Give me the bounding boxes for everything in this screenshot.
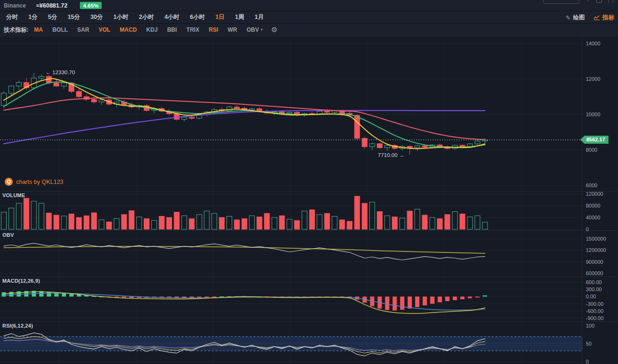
axis-tick-volume: 80000 bbox=[586, 203, 601, 208]
indicator-MACD[interactable]: MACD bbox=[115, 24, 141, 36]
indicator-label: MA bbox=[34, 24, 43, 36]
macd-panel[interactable] bbox=[0, 277, 583, 321]
axis-tick-macd: 0.00 bbox=[586, 294, 596, 299]
rsi-panel[interactable] bbox=[0, 321, 583, 364]
indicator-label: BOLL bbox=[52, 24, 68, 36]
pencil-icon: ✎ bbox=[566, 14, 571, 21]
axis-tick-macd: 300.00 bbox=[586, 286, 602, 292]
topbar-controls: ⌄ bbox=[543, 0, 613, 4]
timeframe-bar: 分时1分5分15分30分1小时2小时4小时6小时1日1周1月 ✎ 绘图 指标 bbox=[0, 11, 618, 24]
qkl123-logo-icon: Q bbox=[5, 178, 13, 186]
indicator-tool-button[interactable]: 指标 bbox=[593, 14, 614, 22]
timeframe-4小时[interactable]: 4小时 bbox=[159, 11, 185, 23]
timeframe-1周[interactable]: 1周 bbox=[230, 11, 249, 23]
timeframe-1小时[interactable]: 1小时 bbox=[108, 11, 134, 23]
indicator-bar: 技术指标: MABOLLSARVOLMACDKDJBBITRIXRSIWROBV… bbox=[0, 24, 618, 36]
volume-panel[interactable] bbox=[0, 191, 583, 230]
timeframe-15分[interactable]: 15分 bbox=[62, 11, 85, 23]
indicator-RSI[interactable]: RSI bbox=[204, 24, 223, 36]
timeframe-5分[interactable]: 5分 bbox=[43, 11, 62, 23]
obv-panel[interactable] bbox=[0, 230, 583, 277]
panel-separator bbox=[0, 191, 618, 191]
timeframe-1日[interactable]: 1日 bbox=[210, 11, 230, 23]
indicator-MA[interactable]: MA bbox=[29, 24, 48, 36]
chart-area: VOLUME OBV MACD(12,26,9) RSI(6,12,24) ← … bbox=[0, 36, 618, 364]
indicator-label: SAR bbox=[77, 24, 89, 36]
timeframe-6小时[interactable]: 6小时 bbox=[185, 11, 210, 23]
kline-style-button[interactable] bbox=[543, 0, 579, 4]
panel-separator bbox=[0, 230, 618, 231]
indicator-label: OBV bbox=[246, 24, 259, 36]
axis-tick-macd: -900.00 bbox=[586, 315, 603, 321]
axis-tick-obv: 900000 bbox=[586, 259, 603, 265]
axis-tick-main: 14000 bbox=[586, 41, 601, 46]
indicator-items: MABOLLSARVOLMACDKDJBBITRIXRSIWROBV▾ bbox=[29, 24, 267, 36]
axis-tick-rsi: 100 bbox=[586, 323, 594, 329]
indicator-label: RSI bbox=[209, 24, 218, 36]
indicator-bar-title: 技术指标: bbox=[4, 26, 28, 34]
exchange-selector[interactable]: Binance bbox=[4, 2, 26, 9]
axis-tick-main: 8000 bbox=[586, 147, 597, 153]
draw-tool-button[interactable]: ✎ 绘图 bbox=[566, 14, 585, 22]
indicator-label: TRIX bbox=[186, 24, 199, 36]
chart-tools: ✎ 绘图 指标 bbox=[566, 11, 614, 24]
obv-panel-label: OBV bbox=[2, 232, 14, 238]
axis-tick-macd: -600.00 bbox=[586, 308, 603, 314]
indicator-tool-label: 指标 bbox=[602, 14, 614, 22]
timeframe-1分[interactable]: 1分 bbox=[23, 11, 43, 23]
timeframe-2小时[interactable]: 2小时 bbox=[134, 11, 159, 23]
watermark: Q charts by QKL123 bbox=[5, 178, 63, 186]
volume-panel-label: VOLUME bbox=[2, 192, 25, 198]
indicator-VOL[interactable]: VOL bbox=[94, 24, 115, 36]
timeframe-items: 分时1分5分15分30分1小时2小时4小时6小时1日1周1月 bbox=[1, 11, 269, 23]
indicator-label: KDJ bbox=[146, 24, 157, 36]
indicator-TRIX[interactable]: TRIX bbox=[182, 24, 204, 36]
macd-panel-label: MACD(12,26,9) bbox=[2, 278, 40, 284]
axis-tick-main: 10000 bbox=[586, 112, 601, 117]
panel-separator bbox=[0, 321, 618, 322]
timeframe-分时[interactable]: 分时 bbox=[1, 11, 23, 23]
indicator-SAR[interactable]: SAR bbox=[72, 24, 94, 36]
price-cny-label: ≈¥60881.72 bbox=[36, 2, 68, 9]
panel-separator bbox=[0, 277, 618, 277]
indicator-OBV[interactable]: OBV▾ bbox=[242, 24, 267, 36]
axis-tick-obv: 600000 bbox=[586, 270, 603, 276]
indicator-KDJ[interactable]: KDJ bbox=[141, 24, 162, 36]
indicator-label: BBI bbox=[167, 24, 177, 36]
rsi-panel-label: RSI(6,12,24) bbox=[2, 323, 33, 329]
timeframe-30分[interactable]: 30分 bbox=[85, 11, 108, 23]
high-price-annotation: ← 12330.70 bbox=[45, 69, 75, 75]
axis-tick-obv: 1500000 bbox=[586, 236, 606, 242]
indicator-chart-icon bbox=[593, 15, 600, 20]
indicator-WR[interactable]: WR bbox=[223, 24, 242, 36]
indicator-label: WR bbox=[227, 24, 237, 36]
chevron-down-icon: ▾ bbox=[261, 24, 262, 36]
axis-tick-rsi: 0 bbox=[586, 359, 589, 364]
axis-tick-main: 12000 bbox=[586, 76, 601, 82]
indicator-BOLL[interactable]: BOLL bbox=[48, 24, 73, 36]
top-bar: Binance ≈¥60881.72 4.65% ⌄ bbox=[0, 0, 618, 11]
watermark-text: charts by QKL123 bbox=[16, 179, 63, 185]
timeframe-1月[interactable]: 1月 bbox=[249, 11, 269, 23]
bookmark-icon[interactable] bbox=[609, 0, 613, 3]
draw-tool-label: 绘图 bbox=[573, 14, 585, 22]
axis-tick-obv: 1200000 bbox=[586, 247, 606, 253]
trading-terminal: { "top_bar": { "exchange": "Binance", "p… bbox=[0, 0, 618, 364]
axis-tick-macd: 600.00 bbox=[586, 279, 602, 285]
last-price-tag: 8562.17 bbox=[580, 136, 609, 144]
axis-tick-rsi: 50 bbox=[586, 341, 592, 347]
main-price-panel[interactable] bbox=[0, 36, 583, 191]
axis-tick-volume: 40000 bbox=[586, 215, 601, 220]
indicator-label: MACD bbox=[120, 24, 137, 36]
chevron-down-icon[interactable]: ⌄ bbox=[586, 0, 590, 2]
axis-tick-macd: -300.00 bbox=[586, 301, 603, 307]
indicator-BBI[interactable]: BBI bbox=[162, 24, 182, 36]
gear-icon[interactable]: ⚙ bbox=[271, 24, 277, 36]
axis-tick-volume: 0 bbox=[586, 226, 589, 232]
low-price-annotation: 7710.00 → bbox=[378, 152, 404, 158]
axis-tick-main: 6000 bbox=[586, 182, 597, 188]
fullscreen-icon[interactable] bbox=[596, 0, 602, 3]
axis-tick-volume: 120000 bbox=[586, 191, 603, 197]
indicator-label: VOL bbox=[99, 24, 111, 36]
change-percent-badge: 4.65% bbox=[80, 2, 102, 9]
